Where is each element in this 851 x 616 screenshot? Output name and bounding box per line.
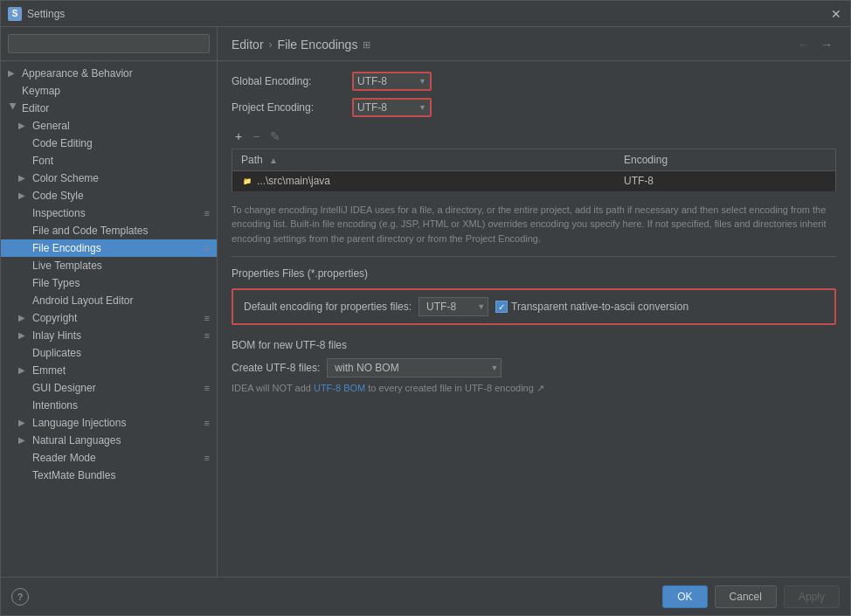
tree-arrow-emmet: ▶	[18, 365, 29, 376]
sidebar-item-language-injections[interactable]: ▶Language Injections≡	[1, 414, 217, 432]
sidebar-item-emmet[interactable]: ▶Emmet	[1, 362, 217, 379]
sidebar-item-font[interactable]: Font	[1, 152, 217, 170]
add-button[interactable]: +	[232, 128, 246, 145]
sidebar-item-copyright[interactable]: ▶Copyright≡	[1, 309, 217, 327]
remove-button[interactable]: −	[249, 128, 263, 145]
sidebar-item-code-editing[interactable]: Code Editing	[1, 135, 217, 152]
main-content: 🔍 ▶Appearance & BehaviorKeymap▶Editor▶Ge…	[1, 27, 850, 577]
tree-arrow-copyright: ▶	[18, 313, 29, 323]
sidebar-item-inlay-hints[interactable]: ▶Inlay Hints≡	[1, 327, 217, 344]
sidebar-label-intentions: Intentions	[32, 399, 78, 412]
breadcrumb-current: File Encodings	[278, 38, 358, 52]
global-encoding-select[interactable]: UTF-8 UTF-16 ISO-8859-1	[354, 73, 430, 89]
properties-encoding-select-inner: UTF-8 UTF-16 ▼	[419, 297, 488, 316]
bom-info-link-icon[interactable]: ↗	[536, 383, 544, 393]
sidebar-item-editor[interactable]: ▶Editor	[1, 100, 217, 117]
sort-icon: ▲	[269, 156, 278, 165]
sidebar-item-keymap[interactable]: Keymap	[1, 82, 217, 100]
transparent-checkbox[interactable]: ✓	[495, 301, 508, 313]
project-encoding-select[interactable]: UTF-8 UTF-16 ISO-8859-1	[354, 100, 430, 115]
sidebar-item-general[interactable]: ▶General	[1, 117, 217, 135]
panel-body: Global Encoding: UTF-8 UTF-16 ISO-8859-1…	[218, 61, 850, 577]
sidebar-label-code-style: Code Style	[32, 190, 84, 202]
project-encoding-row: Project Encoding: UTF-8 UTF-16 ISO-8859-…	[232, 98, 836, 117]
apply-button[interactable]: Apply	[784, 585, 840, 608]
sidebar-item-file-code-templates[interactable]: File and Code Templates	[1, 222, 217, 239]
sidebar-item-duplicates[interactable]: Duplicates	[1, 344, 217, 362]
search-input[interactable]	[8, 34, 210, 53]
table-toolbar: + − ✎	[232, 124, 836, 149]
properties-section-title: Properties Files (*.properties)	[232, 267, 836, 280]
sidebar-label-copyright: Copyright	[32, 312, 77, 324]
sidebar: 🔍 ▶Appearance & BehaviorKeymap▶Editor▶Ge…	[1, 27, 218, 577]
sidebar-label-font: Font	[32, 155, 53, 167]
sidebar-badge-inspections: ≡	[204, 208, 210, 218]
sidebar-label-code-editing: Code Editing	[32, 137, 93, 149]
sidebar-label-duplicates: Duplicates	[32, 347, 81, 359]
sidebar-item-color-scheme[interactable]: ▶Color Scheme	[1, 170, 217, 187]
search-box: 🔍	[1, 27, 217, 61]
encoding-table: Path ▲ Encoding 📁...\src\main\javaUTF-8	[232, 149, 836, 192]
sidebar-label-inlay-hints: Inlay Hints	[32, 329, 81, 342]
sidebar-label-general: General	[32, 120, 70, 132]
cancel-button[interactable]: Cancel	[715, 585, 777, 608]
table-cell-path: 📁...\src\main\java	[232, 171, 616, 192]
sidebar-item-textmate-bundles[interactable]: TextMate Bundles	[1, 467, 217, 484]
breadcrumb-parent: Editor	[232, 38, 264, 52]
tree-arrow-editor: ▶	[8, 103, 18, 114]
settings-window: S Settings ✕ 🔍 ▶Appearance & BehaviorKey…	[0, 0, 851, 616]
sidebar-label-file-types: File Types	[32, 277, 80, 289]
ok-button[interactable]: OK	[662, 585, 707, 608]
bom-section: BOM for new UTF-8 files Create UTF-8 fil…	[232, 339, 836, 394]
project-encoding-select-inner: UTF-8 UTF-16 ISO-8859-1 ▼	[354, 100, 430, 115]
global-encoding-select-wrapper: UTF-8 UTF-16 ISO-8859-1 ▼	[352, 72, 432, 91]
sidebar-badge-copyright: ≡	[204, 313, 210, 323]
close-button[interactable]: ✕	[829, 7, 843, 21]
sidebar-item-code-style[interactable]: ▶Code Style	[1, 187, 217, 204]
sidebar-item-android-layout[interactable]: Android Layout Editor	[1, 292, 217, 309]
nav-arrows: ← →	[794, 36, 836, 53]
nav-back-button[interactable]: ←	[794, 36, 813, 53]
sidebar-item-inspections[interactable]: Inspections≡	[1, 204, 217, 222]
tree-arrow-appearance: ▶	[8, 68, 18, 79]
col-encoding-header: Encoding	[615, 149, 835, 171]
properties-encoding-select[interactable]: UTF-8 UTF-16	[419, 297, 488, 316]
bom-select[interactable]: with NO BOM with BOM with BOM (when need…	[327, 358, 502, 377]
sidebar-item-appearance[interactable]: ▶Appearance & Behavior	[1, 65, 217, 82]
bom-info-line2: to every created file in UTF-8 encoding	[365, 383, 534, 393]
table-cell-encoding: UTF-8	[615, 171, 835, 192]
sidebar-badge-reader-mode: ≡	[204, 453, 210, 463]
sidebar-item-live-templates[interactable]: Live Templates	[1, 257, 217, 274]
bom-info-highlight: UTF-8 BOM	[314, 383, 365, 393]
breadcrumb-icon: ⊞	[363, 39, 370, 51]
sidebar-label-file-code-templates: File and Code Templates	[32, 225, 149, 237]
sidebar-item-gui-designer[interactable]: GUI Designer≡	[1, 379, 217, 397]
global-encoding-row: Global Encoding: UTF-8 UTF-16 ISO-8859-1…	[232, 72, 836, 91]
sidebar-badge-file-encodings: ≡	[204, 243, 210, 253]
bottom-actions: OK Cancel Apply	[662, 585, 840, 608]
sidebar-item-file-types[interactable]: File Types	[1, 274, 217, 292]
bom-section-title: BOM for new UTF-8 files	[232, 339, 836, 351]
edit-button[interactable]: ✎	[266, 128, 284, 145]
title-bar: S Settings ✕	[1, 1, 850, 27]
transparent-checkbox-label: Transparent native-to-ascii conversion	[511, 301, 688, 313]
sidebar-label-live-templates: Live Templates	[32, 260, 102, 272]
global-encoding-label: Global Encoding:	[232, 75, 345, 87]
sidebar-item-intentions[interactable]: Intentions	[1, 397, 217, 414]
sidebar-item-natural-languages[interactable]: ▶Natural Languages	[1, 432, 217, 449]
sidebar-item-reader-mode[interactable]: Reader Mode≡	[1, 449, 217, 467]
nav-forward-button[interactable]: →	[817, 36, 836, 53]
sidebar-label-reader-mode: Reader Mode	[32, 452, 96, 464]
breadcrumb-separator: ›	[269, 38, 273, 51]
table-row[interactable]: 📁...\src\main\javaUTF-8	[232, 171, 836, 192]
transparent-checkbox-wrapper: ✓ Transparent native-to-ascii conversion	[495, 301, 688, 313]
folder-icon: 📁	[241, 176, 253, 188]
sidebar-label-appearance: Appearance & Behavior	[22, 67, 133, 80]
help-button[interactable]: ?	[11, 588, 29, 606]
bottom-bar: ? OK Cancel Apply	[1, 577, 850, 615]
sidebar-item-file-encodings[interactable]: File Encodings≡	[1, 239, 217, 257]
project-encoding-label: Project Encoding:	[232, 101, 345, 114]
right-panel: Editor › File Encodings ⊞ ← → Global Enc…	[218, 27, 850, 577]
panel-header: Editor › File Encodings ⊞ ← →	[218, 27, 850, 61]
sidebar-label-editor: Editor	[22, 102, 49, 114]
